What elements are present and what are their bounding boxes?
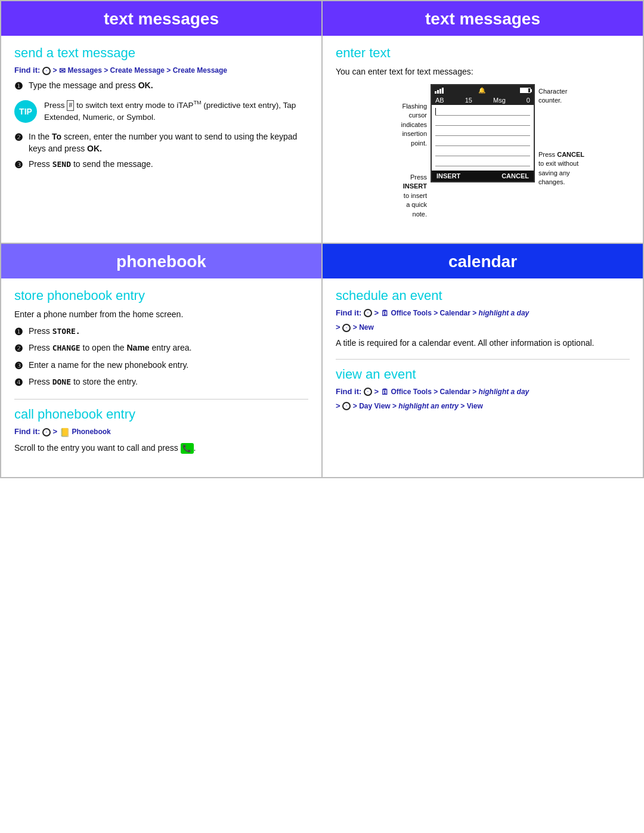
main-grid: text messages send a text message Find i… bbox=[0, 0, 644, 478]
cell3-findit: Find it: · > 📒 Phonebook bbox=[14, 427, 308, 437]
cell3-step-2: ❷ Press CHANGE to open the Name entry ar… bbox=[14, 342, 308, 355]
cell4-findit2b: > · > Day View > highlight an entry > Vi… bbox=[336, 401, 630, 411]
right-annotations: Character counter. Press CANCEL to exit … bbox=[538, 84, 601, 187]
cell1-header: text messages bbox=[1, 1, 321, 36]
left-annotations: Flashing cursor indicates insertion poin… bbox=[364, 84, 427, 219]
findit-label: Find it: bbox=[14, 66, 40, 75]
cell-phonebook: phonebook store phonebook entry Enter a … bbox=[1, 243, 322, 478]
softkey-cancel: CANCEL bbox=[501, 172, 529, 179]
cell3-sub2-body: Scroll to the entry you want to call and… bbox=[14, 442, 308, 454]
divider4 bbox=[336, 359, 630, 360]
cell4-content: schedule an event Find it: · > 🗓 Office … bbox=[323, 288, 643, 410]
phone-status-bar: 🔔 bbox=[432, 85, 534, 95]
cell3-sub1-intro: Enter a phone number from the home scree… bbox=[14, 308, 308, 321]
phone-text-area bbox=[432, 105, 534, 171]
hash-icon: # bbox=[67, 100, 74, 111]
tip-box: TIP Press # to switch text entry mode to… bbox=[14, 99, 308, 123]
cell2-content: enter text You can enter text for text m… bbox=[323, 45, 643, 219]
findit-arrow: > bbox=[53, 66, 59, 75]
ab-label: AB bbox=[435, 97, 444, 104]
nav-center-icon: · bbox=[42, 67, 51, 75]
step-3: ❸ Press SEND to send the message. bbox=[14, 159, 308, 172]
annot-flashing: Flashing cursor indicates insertion poin… bbox=[401, 102, 427, 148]
cell3-step-3: ❸ Enter a name for the new phonebook ent… bbox=[14, 360, 308, 373]
cell1-content: send a text message Find it: · > ✉ Messa… bbox=[1, 45, 321, 172]
findit-label4b: Find it: bbox=[336, 387, 361, 396]
step-1: ❶ Type the message and press OK. bbox=[14, 80, 308, 93]
cell1-steps: ❶ Type the message and press OK. bbox=[14, 80, 308, 93]
findit-label4a: Find it: bbox=[336, 308, 361, 317]
findit-path-text: Messages > Create Message > Create Messa… bbox=[68, 66, 228, 75]
battery-icon bbox=[520, 88, 531, 93]
cell3-step3-text: Enter a name for the new phonebook entry… bbox=[29, 360, 188, 371]
text-line-3 bbox=[435, 128, 530, 136]
text-line-1 bbox=[435, 107, 530, 116]
phone-softkey-bar: INSERT CANCEL bbox=[432, 171, 534, 181]
phone-mockup-section: Flashing cursor indicates insertion poin… bbox=[336, 84, 630, 219]
step-2: ❷ In the To screen, enter the number you… bbox=[14, 131, 308, 154]
cell1-steps-2: ❷ In the To screen, enter the number you… bbox=[14, 131, 308, 172]
msg-label: Msg bbox=[493, 97, 506, 104]
alert-bell: 🔔 bbox=[478, 87, 485, 94]
cell4-findit1b: > · > New bbox=[336, 323, 630, 332]
findit-label3: Find it: bbox=[14, 427, 40, 436]
cell4-findit1: Find it: · > 🗓 Office Tools > Calendar >… bbox=[336, 308, 630, 318]
phonebook-text: Phonebook bbox=[72, 428, 110, 436]
cell4-sub1-title: schedule an event bbox=[336, 288, 630, 304]
phone-screen: 🔔 AB 15 Msg 0 bbox=[431, 84, 535, 182]
msg-icon: ✉ bbox=[59, 66, 66, 75]
cell3-content: store phonebook entry Enter a phone numb… bbox=[1, 288, 321, 454]
annot-insert: Press INSERT to insert a quick note. bbox=[403, 173, 427, 219]
text-line-2 bbox=[435, 117, 530, 126]
cell1-findit: Find it: · > ✉ Messages > Create Message… bbox=[14, 66, 308, 75]
cell3-steps: ❶ Press STORE. ❷ Press CHANGE to open th… bbox=[14, 326, 308, 390]
nav-center-icon4b: · bbox=[342, 324, 351, 332]
cell-text-messages-enter: text messages enter text You can enter t… bbox=[322, 1, 643, 243]
cell3-header: phonebook bbox=[1, 244, 321, 278]
signal-area bbox=[435, 88, 444, 94]
cell1-sub1-title: send a text message bbox=[14, 45, 308, 61]
cell4-header: calendar bbox=[323, 244, 643, 278]
phonebook-icon: 📒 bbox=[60, 428, 70, 437]
cell2-intro: You can enter text for text messages: bbox=[336, 66, 630, 78]
cell-text-messages-send: text messages send a text message Find i… bbox=[1, 1, 322, 243]
blinking-cursor bbox=[435, 108, 436, 115]
cell2-sub1-title: enter text bbox=[336, 45, 630, 61]
tip-badge: TIP bbox=[14, 100, 37, 123]
cell4-findit2: Find it: · > 🗓 Office Tools > Calendar >… bbox=[336, 387, 630, 397]
cell3-sub1-title: store phonebook entry bbox=[14, 288, 308, 304]
nav-center-icon4a: · bbox=[364, 309, 372, 317]
softkey-insert: INSERT bbox=[436, 172, 460, 179]
tip-text: Press # to switch text entry mode to iTA… bbox=[44, 99, 308, 123]
text-line-5 bbox=[435, 148, 530, 156]
cell3-step-1: ❶ Press STORE. bbox=[14, 326, 308, 339]
cell2-header: text messages bbox=[323, 1, 643, 36]
annot-press-cancel: Press CANCEL to exit without saving any … bbox=[538, 150, 584, 187]
divider bbox=[14, 399, 308, 400]
cell3-sub2-title: call phonebook entry bbox=[14, 407, 308, 422]
text-line-4 bbox=[435, 138, 530, 146]
office-icon-2: 🗓 bbox=[381, 388, 389, 397]
annot-char-counter: Character counter. bbox=[538, 87, 567, 106]
num-label: 15 bbox=[465, 97, 472, 104]
nav-center-icon3: · bbox=[42, 428, 51, 436]
phone-header-bar: AB 15 Msg 0 bbox=[432, 95, 534, 105]
count-label: 0 bbox=[527, 97, 530, 104]
green-call-icon: 📞 bbox=[181, 443, 194, 454]
cell4-sub1-body: A title is required for a calendar event… bbox=[336, 337, 630, 349]
nav-center-icon4c: · bbox=[364, 388, 372, 396]
nav-center-icon4d: · bbox=[342, 402, 351, 410]
cell-calendar: calendar schedule an event Find it: · > … bbox=[322, 243, 643, 478]
battery-area bbox=[520, 88, 531, 93]
office-icon-1: 🗓 bbox=[381, 309, 389, 318]
cell3-step-4: ❹ Press DONE to store the entry. bbox=[14, 376, 308, 389]
text-line-6 bbox=[435, 158, 530, 166]
cell4-sub2-title: view an event bbox=[336, 367, 630, 382]
